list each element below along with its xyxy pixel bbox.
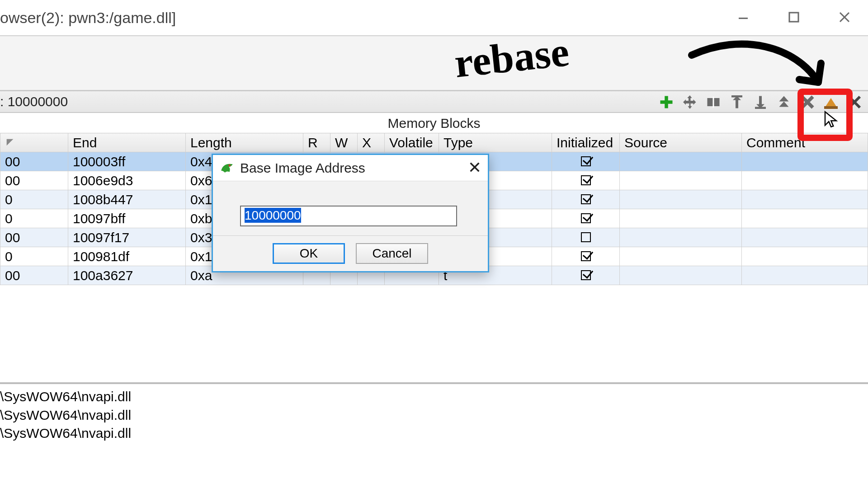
col-end[interactable]: End <box>68 133 186 152</box>
dialog-close-button[interactable] <box>467 160 482 175</box>
mouse-cursor-icon <box>823 110 841 128</box>
close-window-button[interactable] <box>832 8 857 26</box>
svg-rect-1 <box>789 13 798 22</box>
col-initialized[interactable]: Initialized <box>552 133 620 152</box>
console-line: \SysWOW64\nvapi.dll <box>0 424 868 443</box>
dialog-title-text: Base Image Address <box>240 160 365 176</box>
cancel-button[interactable]: Cancel <box>356 243 428 264</box>
console-line: \SysWOW64\nvapi.dll <box>0 406 868 425</box>
initialized-checkbox[interactable] <box>581 175 591 185</box>
svg-point-13 <box>228 164 231 167</box>
base-image-address-dialog: Base Image Address 10000000 OK Cancel <box>212 154 489 272</box>
table-header-row: End Length R W X Volatile Type Initializ… <box>0 133 868 152</box>
col-start[interactable] <box>0 133 68 152</box>
minimize-button[interactable] <box>731 8 756 26</box>
dialog-titlebar[interactable]: Base Image Address <box>213 155 488 181</box>
sort-icon <box>5 135 15 150</box>
console-line: \SysWOW64\nvapi.dll <box>0 388 868 406</box>
ghidra-icon <box>219 160 235 176</box>
console-output: \SysWOW64\nvapi.dll\SysWOW64\nvapi.dll\S… <box>0 384 868 443</box>
window-controls <box>731 8 857 26</box>
col-source[interactable]: Source <box>620 133 742 152</box>
initialized-checkbox[interactable] <box>581 270 591 280</box>
initialized-checkbox[interactable] <box>581 213 591 223</box>
col-w[interactable]: W <box>330 133 358 152</box>
window-title: owser(2): pwn3:/game.dll] <box>0 9 176 27</box>
memory-blocks-heading: Memory Blocks <box>0 113 868 133</box>
initialized-checkbox[interactable] <box>581 251 591 261</box>
col-type[interactable]: Type <box>439 133 552 152</box>
initialized-checkbox[interactable] <box>581 194 591 204</box>
col-x[interactable]: X <box>358 133 385 152</box>
image-base-label: : 10000000 <box>0 94 68 109</box>
maximize-button[interactable] <box>781 8 807 26</box>
initialized-checkbox[interactable] <box>581 232 591 242</box>
col-volatile[interactable]: Volatile <box>385 133 439 152</box>
ok-button[interactable]: OK <box>273 243 345 264</box>
col-length[interactable]: Length <box>186 133 303 152</box>
initialized-checkbox[interactable] <box>581 156 591 166</box>
window-titlebar: owser(2): pwn3:/game.dll] <box>0 0 868 36</box>
add-icon[interactable] <box>657 93 675 111</box>
svg-rect-7 <box>755 107 766 109</box>
base-address-input[interactable]: 10000000 <box>240 206 457 226</box>
col-r[interactable]: R <box>303 133 330 152</box>
